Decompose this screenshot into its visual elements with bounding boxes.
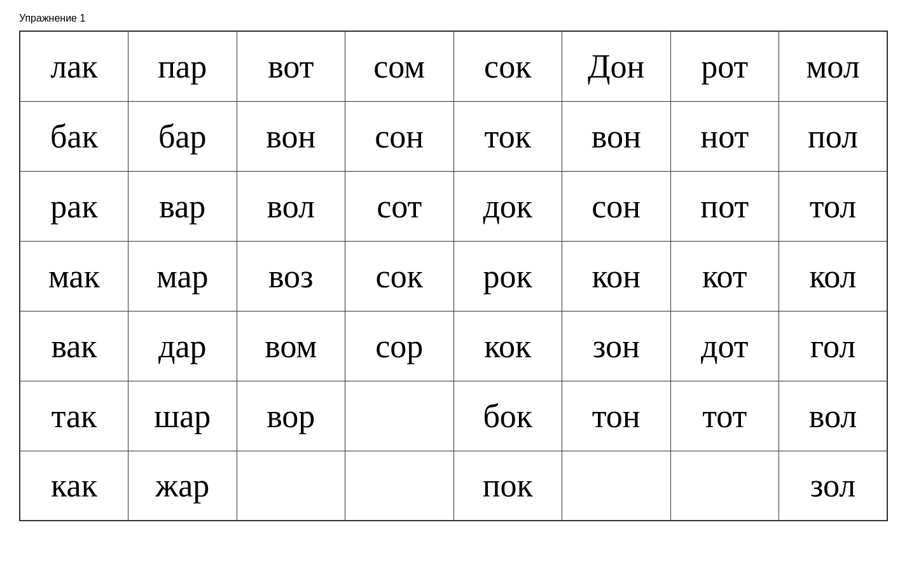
- table-cell: пар: [128, 31, 237, 101]
- table-cell: так: [20, 381, 128, 451]
- table-cell: вол: [779, 381, 888, 451]
- table-cell: сом: [345, 31, 454, 101]
- table-cell: сон: [345, 101, 454, 171]
- table-cell: кол: [779, 241, 888, 311]
- table-cell: ток: [454, 101, 562, 171]
- table-cell: вор: [237, 381, 345, 451]
- table-cell: сок: [345, 241, 454, 311]
- page-title: Упражнение 1: [19, 13, 888, 24]
- table-cell: сор: [345, 311, 454, 381]
- table-cell: [562, 451, 671, 521]
- table-cell: бар: [128, 101, 237, 171]
- table-cell: кот: [670, 241, 779, 311]
- table-cell: [345, 381, 454, 451]
- table-cell: пок: [454, 451, 562, 521]
- table-cell: док: [454, 171, 562, 241]
- table-cell: вом: [237, 311, 345, 381]
- table-cell: вот: [237, 31, 345, 101]
- table-cell: вон: [562, 101, 671, 171]
- table-cell: сон: [562, 171, 671, 241]
- table-cell: [237, 451, 345, 521]
- table-cell: [345, 451, 454, 521]
- table-cell: дар: [128, 311, 237, 381]
- table-cell: сот: [345, 171, 454, 241]
- table-cell: сок: [454, 31, 562, 101]
- table-cell: тот: [670, 381, 779, 451]
- table-cell: Дон: [562, 31, 671, 101]
- table-cell: мол: [779, 31, 888, 101]
- table-cell: шар: [128, 381, 237, 451]
- table-cell: кок: [454, 311, 562, 381]
- table-cell: вар: [128, 171, 237, 241]
- table-cell: мар: [128, 241, 237, 311]
- table-cell: пол: [779, 101, 888, 171]
- table-cell: как: [20, 451, 128, 521]
- table-cell: жар: [128, 451, 237, 521]
- table-cell: мак: [20, 241, 128, 311]
- table-cell: воз: [237, 241, 345, 311]
- table-cell: дот: [670, 311, 779, 381]
- table-cell: тол: [779, 171, 888, 241]
- table-cell: рак: [20, 171, 128, 241]
- table-cell: нот: [670, 101, 779, 171]
- table-cell: бак: [20, 101, 128, 171]
- table-cell: кон: [562, 241, 671, 311]
- table-cell: тон: [562, 381, 671, 451]
- table-cell: бок: [454, 381, 562, 451]
- table-cell: вол: [237, 171, 345, 241]
- table-cell: гол: [779, 311, 888, 381]
- table-cell: рок: [454, 241, 562, 311]
- table-cell: [670, 451, 779, 521]
- table-cell: зон: [562, 311, 671, 381]
- table-cell: пот: [670, 171, 779, 241]
- table-cell: зол: [779, 451, 888, 521]
- table-cell: вон: [237, 101, 345, 171]
- word-grid: лакпарвотсомсокДонротмолбакбарвонсонтокв…: [19, 31, 888, 521]
- table-cell: вак: [20, 311, 128, 381]
- table-cell: лак: [20, 31, 128, 101]
- table-cell: рот: [670, 31, 779, 101]
